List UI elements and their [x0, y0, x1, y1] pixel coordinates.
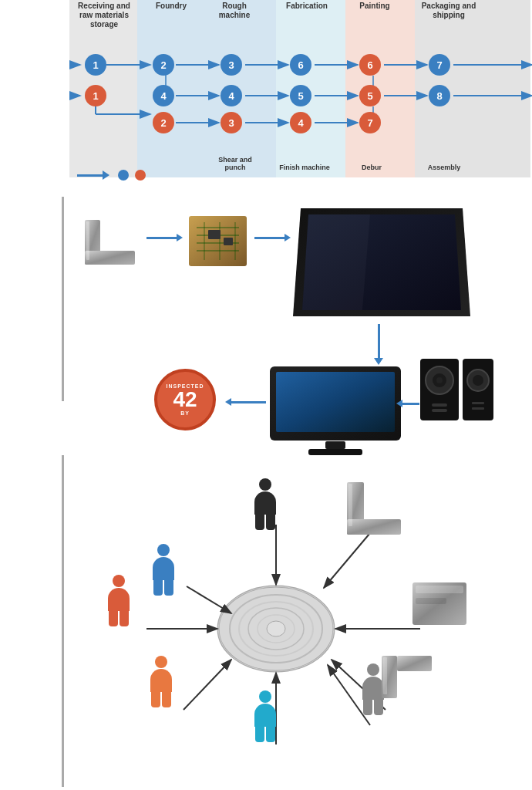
- svg-line-64: [187, 586, 231, 613]
- node-4-rough: 4: [221, 85, 242, 106]
- person-top: [254, 478, 276, 530]
- speakers: [420, 359, 493, 420]
- svg-rect-35: [224, 238, 233, 245]
- svg-rect-80: [383, 657, 387, 694]
- svg-rect-34: [208, 230, 221, 239]
- person-left-mid: [108, 575, 130, 626]
- node-7b: 7: [359, 112, 381, 133]
- node-3b: 3: [221, 112, 242, 133]
- svg-rect-26: [189, 216, 247, 266]
- node-7: 7: [429, 54, 450, 76]
- divider-1: [62, 197, 64, 401]
- node-6b: 6: [359, 54, 381, 76]
- node-5b: 5: [359, 85, 381, 106]
- component-right: [412, 582, 466, 628]
- stamp-number: 42: [173, 389, 197, 410]
- svg-rect-76: [416, 586, 463, 593]
- node-4b: 4: [290, 112, 311, 133]
- svg-rect-73: [347, 519, 401, 535]
- assembly-diagram-section: INSPECTED 42 BY: [69, 204, 501, 444]
- svg-rect-24: [85, 251, 135, 265]
- svg-rect-74: [348, 484, 352, 526]
- node-2b: 2: [153, 112, 174, 133]
- node-3a: 3: [221, 54, 242, 76]
- node-5: 5: [290, 85, 311, 106]
- component-bottom-right: [382, 656, 432, 701]
- stamp-text-by: BY: [180, 410, 190, 416]
- arrow-panel-to-monitor: [378, 324, 380, 359]
- hub-diagram-section: [69, 463, 509, 787]
- node-1a: 1: [85, 54, 106, 76]
- inspected-stamp: INSPECTED 42 BY: [154, 369, 216, 430]
- monitor: [270, 366, 401, 462]
- svg-rect-25: [86, 221, 89, 260]
- svg-rect-42: [308, 449, 362, 455]
- metal-bracket: [85, 220, 139, 269]
- person-bottom-left: [150, 656, 172, 707]
- svg-point-46: [436, 377, 443, 383]
- svg-rect-41: [325, 441, 345, 449]
- svg-rect-48: [432, 409, 447, 412]
- node-1b: 1: [85, 85, 106, 106]
- arrow-monitor-to-stamp: [231, 401, 266, 403]
- person-bottom-center: [254, 690, 276, 742]
- svg-point-51: [473, 375, 483, 386]
- arrow-speakers-to-monitor: [402, 403, 419, 405]
- svg-marker-38: [302, 214, 370, 310]
- node-4-foundry: 4: [153, 85, 174, 106]
- person-bottom-right: [362, 663, 384, 715]
- svg-rect-47: [432, 403, 447, 407]
- pcb-board: [189, 216, 247, 269]
- person-left-upper: [153, 544, 174, 596]
- svg-rect-52: [472, 402, 484, 404]
- arrow-bracket-to-pcb: [146, 237, 177, 239]
- component-top-right: [347, 482, 409, 539]
- svg-rect-77: [416, 598, 446, 604]
- svg-point-61: [267, 621, 285, 636]
- svg-rect-79: [397, 656, 432, 671]
- flow-diagram: Receiving and raw materials storage Foun…: [69, 0, 532, 177]
- svg-rect-40: [276, 372, 395, 432]
- node-8: 8: [429, 85, 450, 106]
- svg-rect-53: [472, 407, 484, 410]
- arrow-pcb-to-panel: [254, 237, 285, 239]
- svg-line-66: [184, 660, 231, 710]
- flat-panel: [293, 208, 470, 323]
- node-6a: 6: [290, 54, 311, 76]
- flow-diagram-section: Receiving and raw materials storage Foun…: [0, 0, 532, 177]
- divider-2: [62, 455, 64, 787]
- node-2a: 2: [153, 54, 174, 76]
